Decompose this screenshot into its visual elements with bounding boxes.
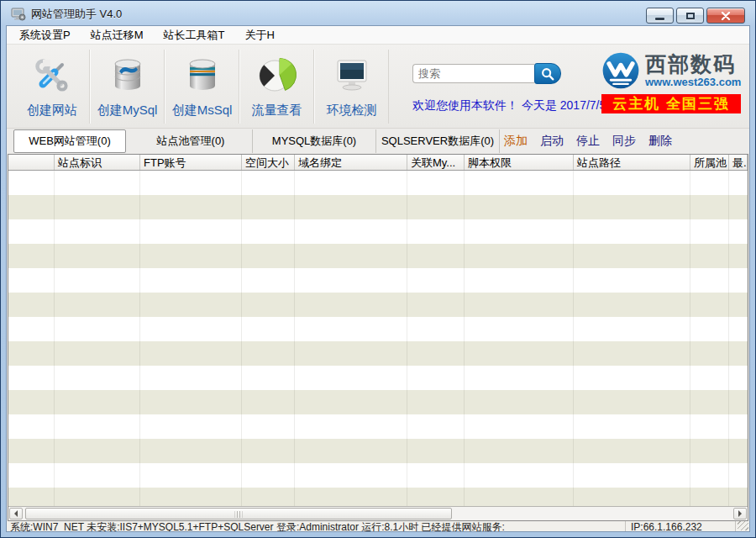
pie-chart-icon: [255, 53, 299, 97]
toolbar-button-label: 环境检测: [327, 103, 377, 119]
column-header-1[interactable]: 站点标识: [55, 155, 140, 170]
maximize-button[interactable]: [676, 8, 704, 24]
toolbar-button-3[interactable]: 创建MsSql: [165, 50, 239, 124]
table-row[interactable]: [8, 463, 748, 488]
table-row[interactable]: [8, 293, 748, 317]
table-header-row: 站点标识FTP账号空间大小域名绑定关联My...脚本权限站点路径所属池最...: [8, 155, 748, 171]
table-cell: [407, 366, 465, 390]
table-row[interactable]: [8, 268, 748, 293]
table-cell: [140, 390, 242, 414]
table-cell: [690, 341, 729, 366]
table-row[interactable]: [8, 366, 748, 390]
table-row[interactable]: [8, 195, 748, 219]
column-header-8[interactable]: 所属池: [690, 155, 729, 170]
table-row[interactable]: [8, 244, 748, 268]
table-cell: [574, 219, 690, 244]
table-cell: [465, 366, 574, 390]
scroll-left-button[interactable]: [9, 508, 23, 520]
brand-banner: 云主机 全国三强: [601, 94, 741, 113]
table-cell: [140, 268, 242, 293]
table-cell: [465, 390, 574, 414]
table-row[interactable]: [8, 171, 748, 195]
brand-url[interactable]: www.west263.com: [645, 76, 741, 88]
horizontal-scrollbar[interactable]: [8, 506, 748, 520]
table-row[interactable]: [8, 219, 748, 244]
table-body: [8, 171, 748, 506]
title-bar: 网站管理助手 V4.0: [6, 1, 750, 25]
table-cell: [574, 171, 690, 195]
column-header-3[interactable]: 空间大小: [242, 155, 295, 170]
table-cell: [407, 414, 465, 439]
table-cell: [574, 366, 690, 390]
search-button[interactable]: [534, 63, 561, 84]
table-row[interactable]: [8, 390, 748, 414]
table-cell: [465, 244, 574, 268]
table-cell: [295, 195, 407, 219]
search-input[interactable]: [412, 64, 534, 83]
column-header-6[interactable]: 脚本权限: [465, 155, 574, 170]
table-row[interactable]: [8, 317, 748, 341]
column-header-4[interactable]: 域名绑定: [295, 155, 407, 170]
table-cell: [55, 488, 140, 506]
action-delete[interactable]: 删除: [648, 134, 672, 149]
tab-3[interactable]: MYSQL数据库(0): [253, 129, 376, 153]
action-start[interactable]: 启动: [540, 134, 564, 149]
menu-item-3[interactable]: 站长工具箱T: [158, 26, 231, 45]
menu-item-1[interactable]: 系统设置P: [13, 26, 76, 45]
table-cell: [8, 244, 55, 268]
table-cell: [140, 463, 242, 488]
tab-1[interactable]: WEB网站管理(0): [13, 129, 126, 153]
table-cell: [55, 171, 140, 195]
minimize-icon: [655, 18, 664, 20]
action-stop[interactable]: 停止: [576, 134, 600, 149]
table-cell: [407, 463, 465, 488]
table-cell: [8, 171, 55, 195]
table-cell: [8, 414, 55, 439]
toolbar-button-4[interactable]: 流量查看: [239, 50, 314, 124]
table-cell: [295, 219, 407, 244]
table-cell: [55, 341, 140, 366]
table-cell: [8, 268, 55, 293]
toolbar-button-2[interactable]: 创建MySql: [90, 50, 165, 124]
table-cell: [574, 244, 690, 268]
tab-4[interactable]: SQLSERVER数据库(0): [376, 129, 500, 153]
table-row[interactable]: [8, 439, 748, 463]
table-cell: [55, 463, 140, 488]
resize-grip-icon[interactable]: [738, 521, 748, 530]
table-cell: [140, 171, 242, 195]
column-header-7[interactable]: 站点路径: [574, 155, 690, 170]
tabs: WEB网站管理(0)站点池管理(0)MYSQL数据库(0)SQLSERVER数据…: [13, 129, 500, 154]
table-cell: [295, 293, 407, 317]
today-label: 今天是: [522, 98, 557, 112]
table-cell: [140, 317, 242, 341]
table-row[interactable]: [8, 488, 748, 506]
scrollbar-thumb[interactable]: [25, 508, 452, 520]
close-button[interactable]: [706, 8, 745, 24]
minimize-button[interactable]: [646, 8, 674, 24]
table-cell: [690, 390, 729, 414]
table-row[interactable]: [8, 414, 748, 439]
table-row[interactable]: [8, 341, 748, 366]
toolbar-button-5[interactable]: 环境检测: [314, 50, 389, 124]
column-header-0[interactable]: [8, 155, 55, 170]
action-add[interactable]: 添加: [504, 134, 528, 149]
table-cell: [729, 219, 748, 244]
column-header-2[interactable]: FTP账号: [140, 155, 242, 170]
menu-item-4[interactable]: 关于H: [239, 26, 280, 45]
table-cell: [8, 195, 55, 219]
table-cell: [8, 366, 55, 390]
column-header-9[interactable]: 最...: [729, 155, 748, 170]
table-cell: [574, 414, 690, 439]
table-cell: [55, 244, 140, 268]
column-header-5[interactable]: 关联My...: [407, 155, 465, 170]
tab-2[interactable]: 站点池管理(0): [129, 129, 253, 153]
toolbar-button-label: 创建MsSql: [172, 103, 233, 119]
scroll-left-icon: [11, 510, 18, 517]
table-cell: [690, 195, 729, 219]
menu-item-2[interactable]: 站点迁移M: [85, 26, 150, 45]
table-cell: [729, 366, 748, 390]
toolbar-button-1[interactable]: 创建网站: [15, 50, 90, 124]
scroll-right-button[interactable]: [733, 508, 747, 520]
table-cell: [407, 244, 465, 268]
action-sync[interactable]: 同步: [612, 134, 636, 149]
